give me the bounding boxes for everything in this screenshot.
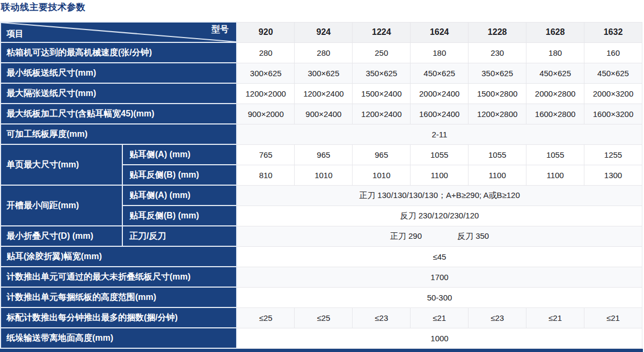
cell: 1500×2400 (353, 83, 411, 104)
row-label: 粘箱机可达到的最高机械速度(张/分钟) (1, 42, 237, 63)
page-title: 联动线主要技术参数 (1, 1, 86, 13)
cell: 2000×3200 (584, 83, 642, 104)
cell: 300×625 (295, 63, 353, 83)
sub-label: 贴耳反侧(B) (mm) (122, 206, 237, 226)
cell: 1055 (469, 144, 526, 165)
cell-span: 反刀 230/120/230/120 (237, 206, 642, 226)
row-max-gap-feed-size: 最大隔张送纸尺寸(mm) 1200×2000 1200×2400 1500×24… (1, 83, 642, 104)
row-min-feed-size: 最小纸板送纸尺寸(mm) 300×625 300×625 350×625 450… (1, 63, 642, 83)
cell: 900×2000 (237, 104, 295, 124)
row-label: 单页最大尺寸(mm) (1, 144, 122, 185)
row-label: 计数推出单元每捆纸板的高度范围(mm) (1, 287, 237, 307)
cell: 350×625 (469, 63, 526, 83)
cell: 230 (469, 42, 526, 63)
row-tab-width: 贴耳(涂胶折翼)幅宽(mm) ≤45 (1, 246, 642, 267)
fold-value-reverse: 反刀 350 (457, 231, 489, 241)
cell: ≤21 (526, 307, 584, 328)
row-label: 最小折叠尺寸(D) (mm) (1, 226, 122, 246)
cell: 1300 (584, 165, 642, 185)
diagonal-divider (1, 23, 236, 42)
row-label: 开槽最小间距(mm) (1, 185, 122, 226)
cell: 1600×3200 (584, 104, 642, 124)
row-counter-max-unfolded: 计数推出单元可通过的最大未折叠纸板尺寸(mm) 1700 (1, 267, 642, 287)
cell: 250 (353, 42, 411, 63)
cell: 2000×2800 (526, 83, 584, 104)
cell: 1010 (353, 165, 411, 185)
cell: 450×625 (584, 63, 642, 83)
cell: 1100 (411, 165, 469, 185)
model-header: 920 (237, 22, 295, 42)
row-max-processing-size: 最大纸板加工尺寸(含贴耳幅宽45)(mm) 900×2000 900×2400 … (1, 104, 642, 124)
cell-span: 1000 (237, 328, 642, 348)
sub-label: 贴耳侧(A) (mm) (122, 144, 237, 165)
model-header: 1228 (469, 22, 526, 42)
cell: 280 (237, 42, 295, 63)
corner-label-model: 型号 (211, 24, 229, 35)
row-bundle-height-range: 计数推出单元每捆纸板的高度范围(mm) 50-300 (1, 287, 642, 307)
row-slot-spacing-a: 开槽最小间距(mm) 贴耳侧(A) (mm) 正刀 130/130/130/13… (1, 185, 642, 206)
row-bundles-per-min: 标配计数推出每分钟推出最多的捆数(捆/分钟) ≤25 ≤25 ≤23 ≤21 ≤… (1, 307, 642, 328)
row-min-fold-size: 最小折叠尺寸(D) (mm) 正刀/反刀 正刀 290 反刀 350 (1, 226, 642, 246)
cell: 1100 (469, 165, 526, 185)
cell: ≤25 (237, 307, 295, 328)
sub-label: 正刀/反刀 (122, 226, 237, 246)
cell: 300×625 (237, 63, 295, 83)
row-label: 贴耳(涂胶折翼)幅宽(mm) (1, 246, 237, 267)
cell: 900×2400 (295, 104, 353, 124)
cell: 280 (295, 42, 353, 63)
cell: ≤21 (411, 307, 469, 328)
cell: ≤21 (584, 307, 642, 328)
model-header: 1628 (526, 22, 584, 42)
row-belt-height: 纸垛输送带离地面高度(mm) 1000 (1, 328, 642, 348)
row-label: 计数推出单元可通过的最大未折叠纸板尺寸(mm) (1, 267, 237, 287)
spec-table: 项目 型号 920 924 1224 1624 1228 1628 1632 粘… (0, 21, 643, 352)
cell: 965 (353, 144, 411, 165)
row-max-speed: 粘箱机可达到的最高机械速度(张/分钟) 280 280 250 180 230 … (1, 42, 642, 63)
model-header: 924 (295, 22, 353, 42)
cell: 1600×2400 (411, 104, 469, 124)
row-max-sheet-a: 单页最大尺寸(mm) 贴耳侧(A) (mm) 765 965 965 1055 … (1, 144, 642, 165)
cell: 1055 (411, 144, 469, 165)
cell: ≤25 (295, 307, 353, 328)
corner-cell: 项目 型号 (1, 22, 237, 42)
row-label: 最大纸板加工尺寸(含贴耳幅宽45)(mm) (1, 104, 237, 124)
cell: 1200×2400 (295, 83, 353, 104)
row-label: 最小纸板送纸尺寸(mm) (1, 63, 237, 83)
cell-span: 正刀 290 反刀 350 (237, 226, 642, 246)
cell: 1010 (295, 165, 353, 185)
table-bottom-bar (0, 349, 643, 352)
cell: 2000×2400 (411, 83, 469, 104)
cell-span: 2-11 (237, 124, 642, 144)
cell-span: ≤45 (237, 246, 642, 267)
row-label: 最大隔张送纸尺寸(mm) (1, 83, 237, 104)
cell-span: 1700 (237, 267, 642, 287)
cell: 1255 (584, 144, 642, 165)
cell: ≤23 (353, 307, 411, 328)
corner-label-item: 项目 (6, 28, 24, 40)
cell: 1100 (526, 165, 584, 185)
row-label: 纸垛输送带离地面高度(mm) (1, 328, 237, 348)
cell: 1200×2400 (353, 104, 411, 124)
cell: 765 (237, 144, 295, 165)
cell: 965 (295, 144, 353, 165)
model-header: 1224 (353, 22, 411, 42)
cell: 450×625 (526, 63, 584, 83)
sub-label: 贴耳反侧(B) (mm) (122, 165, 237, 185)
cell: 1600×2800 (526, 104, 584, 124)
cell: 180 (526, 42, 584, 63)
cell: 1200×2000 (237, 83, 295, 104)
cell: 160 (584, 42, 642, 63)
cell-span: 50-300 (237, 287, 642, 307)
cell: 450×625 (411, 63, 469, 83)
cell: 810 (237, 165, 295, 185)
cell: 1500×2800 (469, 83, 526, 104)
model-header: 1624 (411, 22, 469, 42)
header-row: 项目 型号 920 924 1224 1624 1228 1628 1632 (1, 22, 642, 42)
cell: 1200×2800 (469, 104, 526, 124)
cell: 180 (411, 42, 469, 63)
cell: 350×625 (353, 63, 411, 83)
row-board-thickness: 可加工纸板厚度(mm) 2-11 (1, 124, 642, 144)
cell: 1055 (526, 144, 584, 165)
model-header: 1632 (584, 22, 642, 42)
row-label: 标配计数推出每分钟推出最多的捆数(捆/分钟) (1, 307, 237, 328)
